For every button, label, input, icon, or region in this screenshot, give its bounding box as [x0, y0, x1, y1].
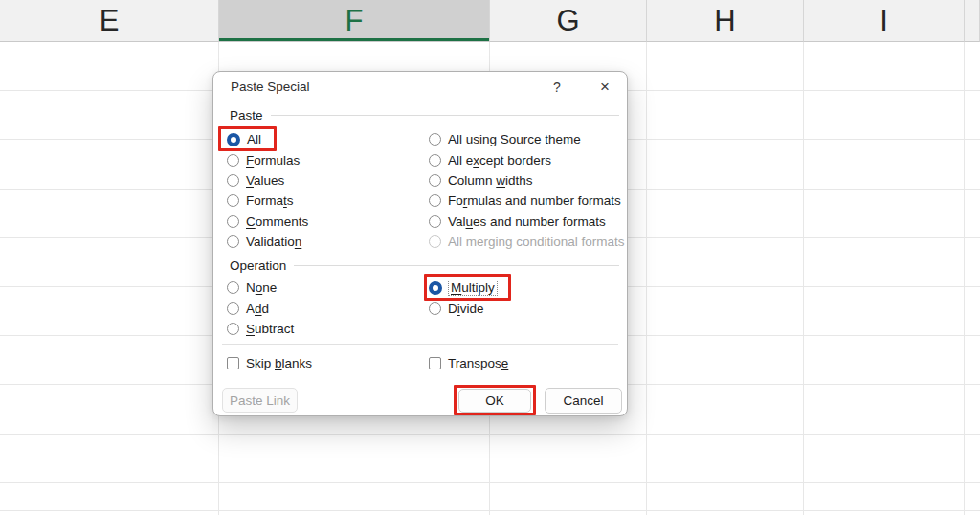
radio-icon — [429, 281, 442, 295]
gridline-vertical — [646, 42, 647, 515]
excel-window: E F G H I Paste Special ? × Paste All — [0, 0, 980, 515]
radio-option-all-merging-conditional-formats: All merging conditional formats — [429, 232, 632, 252]
radio-option-multiply[interactable]: Multiply — [429, 278, 632, 298]
radio-icon — [429, 133, 441, 146]
paste-link-button: Paste Link — [222, 388, 298, 413]
radio-option-comments[interactable]: Comments — [227, 212, 430, 232]
group-divider-line — [294, 265, 619, 266]
dialog-title: Paste Special — [231, 72, 310, 101]
gridline-vertical — [964, 42, 965, 515]
group-divider-line — [271, 115, 619, 116]
close-icon[interactable]: × — [590, 73, 620, 101]
checkbox-skip-blanks[interactable]: Skip blanks — [227, 353, 312, 372]
radio-option-values[interactable]: Values — [227, 170, 430, 190]
gridline-vertical — [803, 42, 804, 515]
radio-option-all-except-borders[interactable]: All except borders — [429, 149, 632, 169]
column-header-partial[interactable] — [965, 0, 980, 42]
radio-option-column-widths[interactable]: Column widths — [429, 170, 632, 190]
paste-special-dialog: Paste Special ? × Paste All Formulas Val… — [212, 71, 628, 416]
column-header-h[interactable]: H — [647, 0, 804, 42]
radio-icon — [429, 302, 441, 315]
radio-icon — [429, 174, 441, 187]
paste-group-header: Paste — [230, 106, 619, 123]
radio-icon — [227, 174, 239, 187]
checkbox-icon — [429, 357, 441, 369]
radio-option-add[interactable]: Add — [227, 298, 430, 318]
cancel-button[interactable]: Cancel — [545, 388, 622, 414]
radio-icon — [227, 302, 239, 315]
radio-option-formats[interactable]: Formats — [227, 190, 430, 211]
radio-icon — [429, 215, 441, 228]
radio-option-formulas[interactable]: Formulas — [227, 149, 430, 169]
column-header-g[interactable]: G — [490, 0, 647, 42]
ok-button[interactable]: OK — [458, 389, 531, 413]
column-header-row: E F G H I — [0, 0, 980, 42]
radio-icon — [227, 194, 239, 207]
checkbox-transpose[interactable]: Transpose — [429, 353, 508, 372]
radio-icon — [227, 281, 239, 294]
radio-icon — [429, 194, 441, 207]
radio-icon — [429, 235, 441, 248]
dialog-titlebar[interactable]: Paste Special ? × — [213, 72, 627, 101]
radio-option-values-and-number-formats[interactable]: Values and number formats — [429, 212, 632, 232]
radio-option-validation[interactable]: Validation — [227, 232, 430, 252]
radio-icon — [429, 154, 441, 167]
radio-option-formulas-and-number-formats[interactable]: Formulas and number formats — [429, 190, 632, 211]
section-divider — [222, 344, 618, 345]
column-header-i[interactable]: I — [804, 0, 965, 42]
checkbox-icon — [227, 357, 239, 369]
operation-group-label: Operation — [230, 258, 286, 273]
paste-group-label: Paste — [230, 108, 263, 123]
radio-icon — [227, 235, 239, 248]
radio-option-all-using-source-theme[interactable]: All using Source theme — [429, 129, 632, 149]
radio-option-all[interactable]: All — [227, 129, 430, 149]
radio-icon — [227, 323, 239, 335]
radio-icon — [227, 215, 239, 228]
radio-icon — [227, 154, 239, 167]
operation-group-header: Operation — [230, 257, 619, 274]
column-header-e[interactable]: E — [0, 0, 219, 42]
gridline-horizontal — [0, 510, 980, 511]
radio-option-none[interactable]: None — [227, 278, 430, 298]
column-header-f[interactable]: F — [219, 0, 490, 42]
help-button[interactable]: ? — [542, 73, 572, 101]
radio-icon — [227, 133, 240, 146]
radio-option-subtract[interactable]: Subtract — [227, 319, 430, 339]
radio-option-divide[interactable]: Divide — [429, 298, 632, 318]
